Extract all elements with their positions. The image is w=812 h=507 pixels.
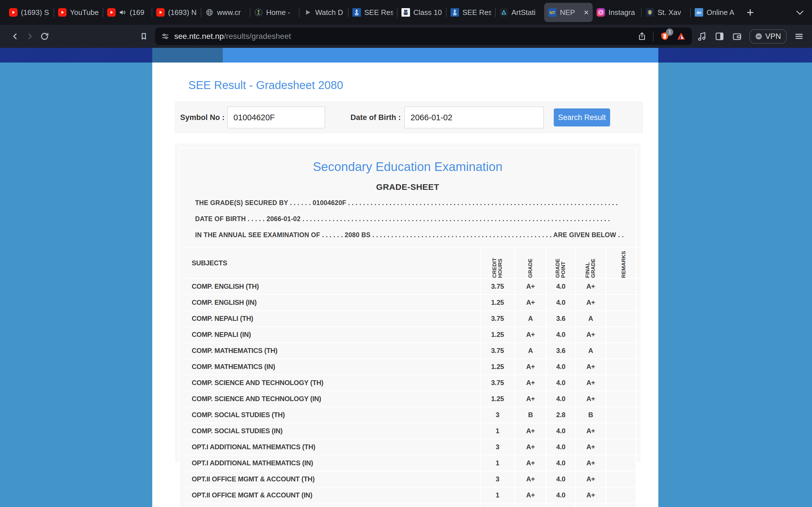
play-favicon bbox=[303, 8, 312, 17]
grade-cell: 4.0 bbox=[546, 326, 575, 342]
grade-cell: 3.75 bbox=[480, 342, 514, 358]
grade-cell: 3.6 bbox=[546, 342, 575, 358]
grade-cell: 3.75 bbox=[480, 374, 514, 390]
dn-favicon: dn bbox=[695, 8, 703, 17]
url-text: see.ntc.net.np/results/gradesheet bbox=[174, 32, 637, 41]
subject-cell: OPT.I ADDITIONAL MATHEMATICS (TH) bbox=[186, 439, 480, 455]
grade-cell: A+ bbox=[575, 487, 606, 503]
grade-cell: 1 bbox=[480, 422, 514, 439]
grade-cell: A+ bbox=[514, 278, 546, 294]
wallet-icon[interactable] bbox=[732, 31, 742, 41]
content-paper: SEE Result - Gradesheet 2080 Symbol No :… bbox=[152, 48, 658, 507]
grade-cell: 3.75 bbox=[480, 278, 514, 294]
media-playing-icon[interactable] bbox=[697, 31, 707, 41]
reload-button[interactable] bbox=[37, 29, 52, 44]
tab-play-6[interactable]: Watch D bbox=[299, 3, 348, 22]
grade-cell: A+ bbox=[514, 422, 546, 439]
tab-youtube-0[interactable]: (1693) S bbox=[5, 3, 54, 22]
navbar-active-segment[interactable] bbox=[152, 48, 223, 62]
column-header-grade: GRADE bbox=[514, 247, 546, 278]
tab-globe-4[interactable]: www.cr bbox=[201, 3, 250, 22]
tab-artstation-10[interactable]: ArtStati bbox=[496, 3, 544, 22]
grade-cell bbox=[606, 278, 641, 294]
grade-cell: A+ bbox=[514, 326, 546, 342]
forward-button[interactable] bbox=[22, 29, 37, 44]
grade-cell: 1.25 bbox=[480, 358, 514, 374]
tab-label: SEE Res bbox=[462, 8, 491, 17]
grade-cell: 3.6 bbox=[546, 310, 575, 326]
nepal-favicon bbox=[352, 8, 361, 17]
gradesheet-declaration: THE GRADE(S) SECURED BY . . . . . . 0100… bbox=[195, 199, 624, 239]
close-tab-icon[interactable]: × bbox=[582, 8, 589, 17]
subject-cell: COMP. NEPALI (TH) bbox=[186, 310, 480, 326]
column-header-grade-point: GRADE POINT bbox=[546, 247, 575, 278]
subject-cell: COMP. MATHEMATICS (TH) bbox=[186, 342, 480, 358]
grades-table: SUBJECTSCREDIT HOURSGRADEGRADE POINTFINA… bbox=[186, 247, 631, 507]
tab-nepal-7[interactable]: SEE Res bbox=[349, 3, 397, 22]
stxavier-favicon bbox=[646, 8, 654, 17]
grade-cell: A+ bbox=[575, 278, 606, 294]
subject-cell: COMP. SCIENCE AND TECHNOLOGY (TH) bbox=[186, 374, 480, 390]
tab-dn-14[interactable]: dnOnline A bbox=[691, 3, 739, 22]
sidebar-toggle-icon[interactable] bbox=[714, 31, 725, 41]
dob-input[interactable] bbox=[404, 107, 544, 128]
grade-cell bbox=[606, 471, 641, 487]
symbol-no-input[interactable] bbox=[227, 107, 325, 128]
tab-nepal-9[interactable]: SEE Res bbox=[447, 3, 495, 22]
navbar-segment bbox=[223, 48, 658, 62]
tab-search-chevron-icon[interactable] bbox=[797, 10, 802, 15]
tab-nt-11[interactable]: NTNEP× bbox=[544, 3, 593, 22]
url-bar[interactable]: see.ntc.net.np/results/gradesheet 1 bbox=[155, 27, 692, 45]
brave-rewards-bat-icon[interactable] bbox=[676, 31, 686, 41]
grade-cell: A+ bbox=[514, 374, 546, 390]
tab-school-8[interactable]: Class 10 bbox=[398, 3, 446, 22]
vpn-button[interactable]: VPN bbox=[749, 29, 786, 44]
grade-cell: 4.0 bbox=[546, 358, 575, 374]
share-icon[interactable] bbox=[637, 32, 647, 41]
menu-hamburger-icon[interactable] bbox=[794, 31, 804, 41]
grade-cell: 4.0 bbox=[546, 278, 575, 294]
grade-cell: A+ bbox=[575, 390, 606, 406]
result-search-form: Symbol No : Date of Birth : Search Resul… bbox=[175, 102, 643, 133]
page-viewport: SEE Result - Gradesheet 2080 Symbol No :… bbox=[0, 48, 812, 507]
tab-chess-5[interactable]: Home - bbox=[250, 3, 299, 22]
tab-label: www.cr bbox=[217, 8, 246, 17]
site-controls-icon[interactable] bbox=[161, 32, 170, 41]
column-header-remarks: REMARKS bbox=[606, 247, 641, 278]
subject-cell: COMP. NEPALI (IN) bbox=[186, 326, 480, 342]
gradesheet-panel: Secondary Education Examination GRADE-SH… bbox=[175, 144, 641, 462]
grade-cell: 3 bbox=[480, 439, 514, 455]
tab-youtube-3[interactable]: (1693) N bbox=[152, 3, 201, 22]
grade-cell: A+ bbox=[575, 422, 606, 439]
new-tab-button[interactable]: + bbox=[747, 6, 754, 18]
tab-instagram-12[interactable]: Instagra bbox=[593, 3, 641, 22]
grade-cell: A+ bbox=[575, 326, 606, 342]
grade-cell: 1.25 bbox=[480, 326, 514, 342]
tab-label: Instagra bbox=[608, 8, 637, 17]
symbol-no-label: Symbol No : bbox=[180, 113, 225, 122]
brave-shield-icon[interactable]: 1 bbox=[660, 31, 670, 41]
tab-youtube-1[interactable]: YouTube bbox=[54, 3, 103, 22]
tab-label: (1693) S bbox=[21, 8, 50, 17]
youtube-favicon bbox=[9, 8, 17, 17]
tab-stxavier-13[interactable]: St. Xav bbox=[642, 3, 690, 22]
artstation-favicon bbox=[500, 8, 508, 17]
bookmark-icon[interactable] bbox=[137, 29, 151, 44]
search-result-button[interactable]: Search Result bbox=[554, 108, 610, 126]
grade-cell: 4.0 bbox=[546, 487, 575, 503]
exam-year-line: IN THE ANNUAL SEE EXAMINATION OF . . . .… bbox=[195, 231, 624, 239]
site-navbar bbox=[152, 48, 658, 62]
tab-youtube-2[interactable]: (169 bbox=[103, 3, 152, 22]
grade-cell: 4.0 bbox=[546, 422, 575, 439]
nt-favicon: NT bbox=[548, 8, 557, 17]
dob-label: Date of Birth : bbox=[350, 113, 401, 122]
grade-cell: 4.0 bbox=[546, 294, 575, 310]
grade-cell: B bbox=[575, 406, 606, 422]
back-button[interactable] bbox=[8, 29, 22, 44]
globe-favicon bbox=[205, 8, 214, 17]
grade-cell: 1.25 bbox=[480, 294, 514, 310]
tab-audio-speaker-icon[interactable] bbox=[119, 9, 126, 16]
nepal-favicon bbox=[451, 8, 459, 17]
tab-label: NEP bbox=[560, 8, 578, 17]
table-row-partial bbox=[546, 503, 575, 507]
